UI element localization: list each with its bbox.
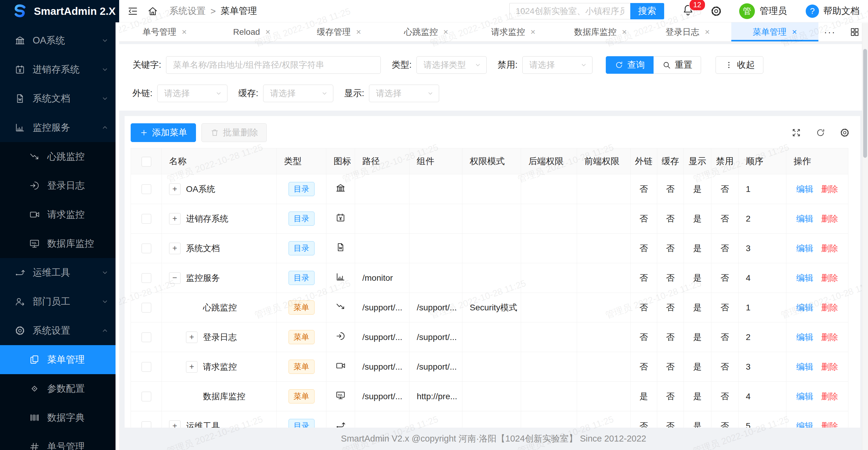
keyword-input[interactable] [166, 56, 381, 74]
sidebar-scrollbar[interactable] [116, 22, 119, 450]
header-search-button[interactable]: 搜索 [630, 3, 664, 19]
tab-login-log[interactable]: 登录日志× [644, 22, 731, 41]
sidebar-item-database-monitor[interactable]: SQL数据库监控 [0, 229, 119, 258]
delete-link[interactable]: 删除 [821, 392, 838, 401]
row-checkbox[interactable] [142, 184, 151, 194]
sidebar-item-label: 运维工具 [33, 266, 101, 279]
delete-link[interactable]: 删除 [821, 273, 838, 283]
row-checkbox[interactable] [142, 392, 151, 401]
row-checkbox[interactable] [142, 214, 151, 224]
tab-database-monitor[interactable]: 数据库监控× [557, 22, 644, 41]
help-link[interactable]: ? 帮助文档 [806, 4, 860, 18]
tab-close-icon[interactable]: × [266, 27, 270, 37]
sidebar-item-monitor-service[interactable]: 监控服务 [0, 113, 119, 142]
tab-menu-management[interactable]: 菜单管理× [731, 22, 818, 41]
sidebar-item-ops-tools[interactable]: 运维工具 [0, 258, 119, 287]
fullscreen-icon[interactable] [791, 128, 802, 138]
edit-link[interactable]: 编辑 [796, 303, 813, 312]
sidebar-item-data-dictionary[interactable]: 数据字典 [0, 403, 119, 432]
sidebar-item-request-monitor[interactable]: 请求监控 [0, 200, 119, 229]
cell-component: /support/... [409, 322, 462, 352]
reset-button[interactable]: 重置 [654, 56, 701, 74]
delete-link[interactable]: 删除 [821, 332, 838, 342]
sidebar-item-param-config[interactable]: 参数配置 [0, 374, 119, 403]
sidebar-item-serial-management[interactable]: 单号管理 [0, 432, 119, 450]
delete-link[interactable]: 删除 [821, 303, 838, 312]
external-select[interactable]: 请选择 [157, 85, 227, 102]
delete-link[interactable]: 删除 [821, 214, 838, 223]
query-button[interactable]: 查询 [606, 56, 654, 74]
edit-link[interactable]: 编辑 [796, 392, 813, 401]
tab-cache-management[interactable]: 缓存管理× [296, 22, 382, 41]
home-icon[interactable] [147, 5, 158, 17]
delete-link[interactable]: 删除 [821, 244, 838, 253]
sidebar-item-system-settings[interactable]: 系统设置 [0, 316, 119, 345]
batch-delete-button[interactable]: 批量删除 [202, 123, 267, 142]
video-icon [335, 360, 346, 371]
tab-heartbeat-monitor[interactable]: 心跳监控× [382, 22, 470, 41]
select-all-checkbox[interactable] [142, 157, 151, 166]
avatar[interactable]: 管 [739, 3, 755, 19]
row-expander-plus[interactable]: + [169, 184, 181, 195]
row-expander-minus[interactable]: − [169, 272, 181, 284]
row-expander-plus[interactable]: + [169, 243, 181, 254]
tab-close-icon[interactable]: × [443, 27, 448, 37]
tab-close-icon[interactable]: × [792, 27, 797, 37]
sidebar-item-login-log[interactable]: 登录日志 [0, 171, 119, 200]
edit-link[interactable]: 编辑 [796, 184, 813, 194]
tab-close-icon[interactable]: × [356, 27, 361, 37]
cell-type: 菜单 [277, 382, 326, 411]
sidebar-item-menu-management[interactable]: 菜单管理 [0, 345, 119, 374]
delete-link[interactable]: 删除 [821, 362, 838, 372]
tab-close-icon[interactable]: × [182, 27, 187, 37]
add-menu-button[interactable]: 添加菜单 [131, 123, 196, 142]
sidebar-item-oa-system[interactable]: OA系统 [0, 26, 119, 55]
sidebar-item-heartbeat-monitor[interactable]: 心跳监控 [0, 142, 119, 171]
cell-path [355, 174, 409, 204]
page-scrollbar[interactable] [862, 23, 868, 450]
edit-link[interactable]: 编辑 [796, 214, 813, 223]
notifications-button[interactable]: 12 [682, 4, 694, 19]
header-settings-icon[interactable] [710, 5, 722, 17]
disabled-select[interactable]: 请选择 [522, 56, 592, 74]
delete-link[interactable]: 删除 [821, 184, 838, 194]
header-search-input[interactable] [509, 3, 630, 19]
edit-link[interactable]: 编辑 [796, 244, 813, 253]
tab-close-icon[interactable]: × [530, 27, 535, 37]
visible-select[interactable]: 请选择 [369, 85, 439, 102]
tab-request-monitor[interactable]: 请求监控× [470, 22, 557, 41]
type-select[interactable]: 请选择类型 [416, 56, 487, 74]
row-checkbox[interactable] [142, 244, 151, 253]
sidebar-submenu-monitor-service: 心跳监控登录日志请求监控SQL数据库监控 [0, 142, 119, 258]
user-name[interactable]: 管理员 [760, 5, 787, 17]
row-expander-plus[interactable]: + [186, 331, 197, 343]
tab-reload[interactable]: Reload× [208, 22, 295, 41]
edit-link[interactable]: 编辑 [796, 273, 813, 283]
chevron-down-icon [580, 61, 587, 69]
breadcrumb-item[interactable]: 系统设置 [169, 5, 206, 17]
refresh-icon[interactable] [815, 128, 826, 138]
menu-fold-icon[interactable] [127, 5, 138, 17]
row-checkbox[interactable] [142, 362, 151, 372]
edit-link[interactable]: 编辑 [796, 362, 813, 372]
row-checkbox[interactable] [142, 303, 151, 313]
sync-icon [615, 60, 624, 69]
row-expander-plus[interactable]: + [169, 213, 181, 225]
tab-close-icon[interactable]: × [622, 27, 627, 37]
tab-serial-management[interactable]: 单号管理× [121, 22, 208, 41]
row-checkbox[interactable] [142, 332, 151, 342]
row-expander-plus[interactable]: + [186, 361, 197, 373]
sidebar-item-inventory-system[interactable]: 进销存系统 [0, 55, 119, 84]
cache-select[interactable]: 请选择 [263, 85, 333, 102]
param-icon [29, 383, 40, 394]
sidebar-item-department-staff[interactable]: 部门员工 [0, 287, 119, 316]
collapse-button[interactable]: 收起 [716, 56, 763, 74]
tabs-more-button[interactable]: ··· [818, 22, 841, 41]
scrollbar-thumb[interactable] [863, 49, 867, 158]
row-checkbox[interactable] [142, 273, 151, 283]
edit-link[interactable]: 编辑 [796, 332, 813, 342]
tab-close-icon[interactable]: × [705, 27, 710, 37]
logo[interactable]: SmartAdmin 2.X [0, 0, 119, 22]
sidebar-item-system-docs[interactable]: 系统文档 [0, 84, 119, 113]
column-settings-icon[interactable] [840, 128, 850, 138]
